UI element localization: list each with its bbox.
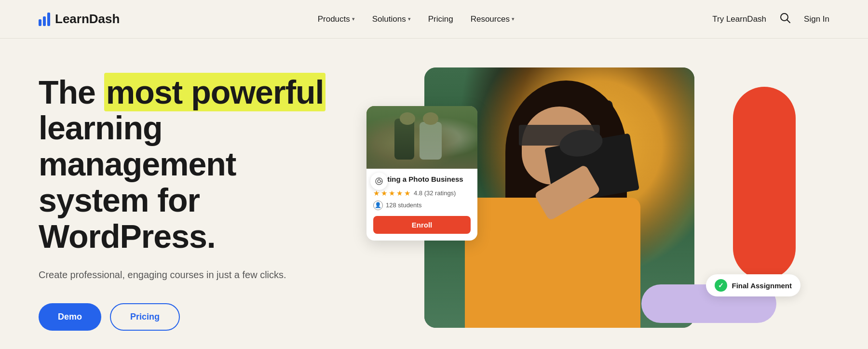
star-5: ★ bbox=[404, 189, 410, 198]
star-4: ★ bbox=[396, 189, 403, 198]
stars-row: ★ ★ ★ ★ ★ 4.8 (32 ratings) bbox=[373, 189, 471, 198]
nav-pricing-label: Pricing bbox=[428, 14, 453, 24]
rating-text: 4.8 (32 ratings) bbox=[414, 189, 456, 197]
pricing-button[interactable]: Pricing bbox=[110, 303, 180, 331]
svg-point-5 bbox=[381, 181, 382, 182]
course-logo-icon bbox=[370, 173, 388, 190]
sign-in-link[interactable]: Sign In bbox=[804, 14, 829, 24]
try-learndash-link[interactable]: Try LearnDash bbox=[712, 14, 766, 24]
students-count: 128 students bbox=[386, 201, 421, 209]
logo[interactable]: LearnDash bbox=[39, 12, 120, 27]
nav-item-pricing[interactable]: Pricing bbox=[428, 14, 453, 24]
chevron-down-icon: ▾ bbox=[408, 16, 411, 22]
course-title: Starting a Photo Business bbox=[373, 174, 471, 184]
badge-label: Final Assignment bbox=[732, 282, 792, 290]
hero-title-part2: learning management system for WordPress… bbox=[39, 109, 236, 254]
nav-products-label: Products bbox=[318, 14, 350, 24]
hero-content: The most powerful learning management sy… bbox=[39, 74, 338, 331]
red-shape bbox=[733, 87, 796, 280]
hero-visual: Starting a Photo Business ★ ★ ★ ★ ★ 4.8 … bbox=[366, 67, 829, 337]
nav-item-products[interactable]: Products ▾ bbox=[318, 14, 355, 24]
enroll-button[interactable]: Enroll bbox=[373, 216, 471, 234]
star-1: ★ bbox=[373, 189, 380, 198]
course-card-image bbox=[366, 106, 477, 169]
hero-subtitle: Create professional, engaging courses in… bbox=[39, 268, 338, 282]
hero-buttons: Demo Pricing bbox=[39, 303, 338, 331]
nav-solutions-label: Solutions bbox=[372, 14, 406, 24]
nav-resources-label: Resources bbox=[471, 14, 510, 24]
star-3: ★ bbox=[389, 189, 395, 198]
nav-right: Try LearnDash Sign In bbox=[712, 11, 829, 27]
hero-title-part1: The bbox=[39, 74, 104, 110]
final-assignment-badge: ✓ Final Assignment bbox=[706, 274, 800, 296]
chevron-down-icon: ▾ bbox=[352, 16, 355, 22]
nav-links: Products ▾ Solutions ▾ Pricing Resources… bbox=[318, 14, 515, 24]
nav-item-resources[interactable]: Resources ▾ bbox=[471, 14, 515, 24]
svg-point-0 bbox=[781, 13, 788, 21]
chevron-down-icon: ▾ bbox=[512, 16, 515, 22]
star-2: ★ bbox=[381, 189, 387, 198]
search-button[interactable] bbox=[778, 11, 792, 27]
hero-section: The most powerful learning management sy… bbox=[0, 39, 868, 349]
svg-point-3 bbox=[378, 180, 380, 183]
course-card: Starting a Photo Business ★ ★ ★ ★ ★ 4.8 … bbox=[366, 106, 477, 241]
hero-title: The most powerful learning management sy… bbox=[39, 74, 338, 255]
svg-point-4 bbox=[379, 178, 380, 179]
svg-line-1 bbox=[787, 20, 790, 23]
search-icon bbox=[780, 13, 790, 23]
logo-text: LearnDash bbox=[55, 12, 120, 27]
logo-icon bbox=[39, 13, 50, 26]
students-icon: 👤 bbox=[373, 201, 383, 210]
check-circle-icon: ✓ bbox=[715, 279, 727, 292]
students-row: 👤 128 students bbox=[373, 201, 471, 210]
hero-title-highlight: most powerful bbox=[104, 73, 326, 111]
demo-button[interactable]: Demo bbox=[39, 303, 101, 331]
navbar: LearnDash Products ▾ Solutions ▾ Pricing… bbox=[0, 0, 868, 39]
nav-item-solutions[interactable]: Solutions ▾ bbox=[372, 14, 411, 24]
